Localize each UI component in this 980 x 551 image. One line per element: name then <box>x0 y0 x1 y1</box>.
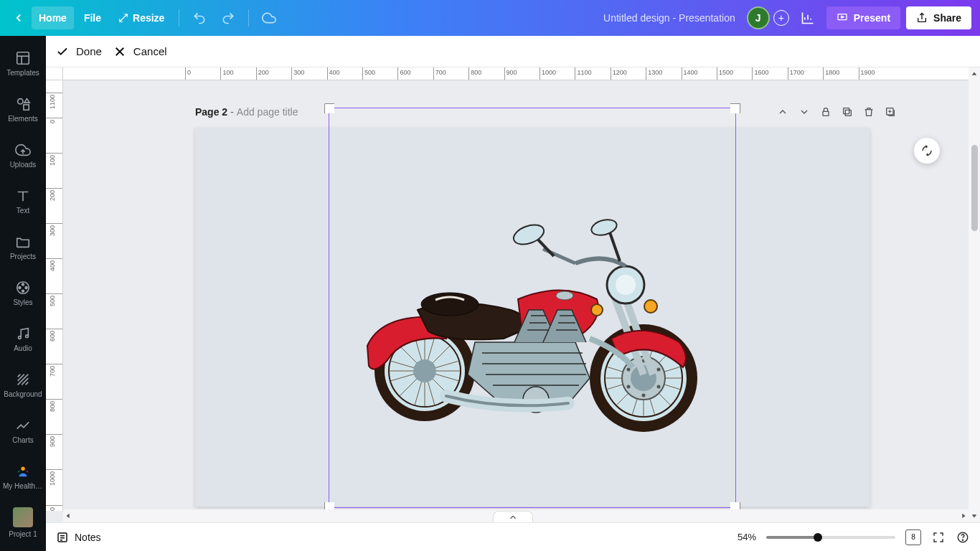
sidebar-item-label: Charts <box>11 436 34 444</box>
sidebar-item-audio[interactable]: Audio <box>0 316 46 362</box>
notes-button[interactable]: Notes <box>56 531 101 544</box>
zoom-slider-knob[interactable] <box>814 533 822 542</box>
scroll-right-button[interactable] <box>958 511 969 521</box>
sidebar-item-background[interactable]: Background <box>0 362 46 408</box>
svg-rect-2 <box>17 52 29 64</box>
sidebar-item-label: Styles <box>11 298 34 306</box>
page-lock-button[interactable] <box>819 105 832 118</box>
horizontal-ruler: 0100200300400500600700800900100011001200… <box>63 67 969 80</box>
projects-icon <box>15 234 31 250</box>
sidebar-item-label: Project 1 <box>7 530 38 538</box>
scroll-down-button[interactable] <box>969 509 980 522</box>
present-label: Present <box>854 12 890 24</box>
svg-point-52 <box>627 385 631 389</box>
project-thumbnail-icon <box>13 507 33 527</box>
redo-button[interactable] <box>215 5 241 31</box>
page-delete-button[interactable] <box>862 105 875 118</box>
divider <box>179 9 179 27</box>
scroll-left-button[interactable] <box>63 511 73 521</box>
svg-rect-20 <box>845 110 851 116</box>
document-title[interactable]: Untitled design - Presentation <box>598 12 741 24</box>
svg-point-49 <box>657 368 661 372</box>
crop-toolbar: Done Cancel <box>46 36 980 67</box>
svg-marker-18 <box>972 72 977 75</box>
svg-point-69 <box>644 300 657 313</box>
motorcycle-image[interactable] <box>360 195 705 439</box>
share-label: Share <box>933 12 961 24</box>
vertical-scrollbar-thumb[interactable] <box>971 145 978 231</box>
resize-icon <box>118 13 128 23</box>
done-button[interactable]: Done <box>56 45 102 58</box>
sidebar-item-text[interactable]: Text <box>0 178 46 224</box>
sidebar-item-uploads[interactable]: Uploads <box>0 132 46 178</box>
back-button[interactable] <box>9 6 29 29</box>
home-button[interactable]: Home <box>32 6 74 29</box>
text-icon <box>15 188 31 204</box>
close-icon <box>113 45 126 58</box>
share-icon <box>916 12 928 24</box>
magic-regenerate-button[interactable] <box>914 138 940 164</box>
svg-point-81 <box>962 540 963 540</box>
svg-rect-19 <box>823 111 829 116</box>
sidebar-item-custom-app[interactable]: My Health C... <box>0 453 46 499</box>
resize-button[interactable]: Resize <box>111 6 171 29</box>
sidebar-item-label: Audio <box>12 344 34 352</box>
svg-point-34 <box>413 359 436 382</box>
notes-label: Notes <box>75 532 101 543</box>
svg-rect-21 <box>844 108 849 114</box>
uploads-icon <box>15 142 31 158</box>
svg-point-70 <box>591 304 603 316</box>
undo-button[interactable] <box>187 5 212 31</box>
sidebar-item-elements[interactable]: Elements <box>0 86 46 132</box>
ruler-corner <box>46 67 63 80</box>
charts-icon <box>15 418 31 433</box>
done-label: Done <box>76 45 102 57</box>
svg-point-68 <box>616 275 636 295</box>
cancel-button[interactable]: Cancel <box>113 45 167 58</box>
elements-icon <box>15 96 31 112</box>
svg-rect-6 <box>24 104 29 109</box>
help-button[interactable] <box>956 530 970 545</box>
page-title-input[interactable]: Add page title <box>237 106 298 118</box>
present-button[interactable]: Present <box>826 6 900 29</box>
page-add-button[interactable] <box>884 105 897 118</box>
slide-canvas[interactable] <box>195 128 870 507</box>
notes-icon <box>56 531 69 544</box>
footer-bar: Notes 54% 8 <box>46 522 980 551</box>
page-duplicate-button[interactable] <box>841 105 854 118</box>
expand-pages-panel-button[interactable] <box>493 511 533 522</box>
sidebar-item-label: Templates <box>5 69 41 77</box>
sidebar-item-styles[interactable]: Styles <box>0 270 46 316</box>
add-member-button[interactable]: + <box>773 10 789 26</box>
svg-point-15 <box>21 466 25 471</box>
svg-point-72 <box>590 217 618 238</box>
svg-marker-74 <box>962 514 965 519</box>
cancel-label: Cancel <box>133 45 167 57</box>
chevron-up-icon <box>508 512 518 522</box>
svg-point-50 <box>657 385 661 389</box>
page-move-up-button[interactable] <box>776 105 789 118</box>
page-move-down-button[interactable] <box>798 105 811 118</box>
fullscreen-button[interactable] <box>931 530 946 545</box>
svg-point-13 <box>19 336 22 339</box>
present-icon <box>837 12 848 24</box>
zoom-slider[interactable] <box>766 536 895 539</box>
share-button[interactable]: Share <box>906 6 971 29</box>
avatar[interactable]: J <box>747 6 770 29</box>
sidebar-item-project1[interactable]: Project 1 <box>0 499 46 545</box>
sidebar-item-projects[interactable]: Projects <box>0 224 46 270</box>
vertical-scrollbar[interactable] <box>969 80 980 509</box>
svg-point-14 <box>26 334 29 337</box>
sidebar-item-templates[interactable]: Templates <box>0 40 46 86</box>
insights-button[interactable] <box>795 5 821 31</box>
page-count-button[interactable]: 8 <box>905 529 921 545</box>
scroll-up-button[interactable] <box>969 67 980 80</box>
file-menu[interactable]: File <box>77 6 108 29</box>
sidebar-item-label: Text <box>15 207 31 215</box>
svg-point-11 <box>19 286 21 288</box>
cloud-status-icon[interactable] <box>256 5 282 31</box>
divider <box>248 9 249 27</box>
sidebar-item-charts[interactable]: Charts <box>0 408 46 453</box>
svg-point-51 <box>642 394 646 397</box>
page-title-separator: - <box>230 106 234 118</box>
